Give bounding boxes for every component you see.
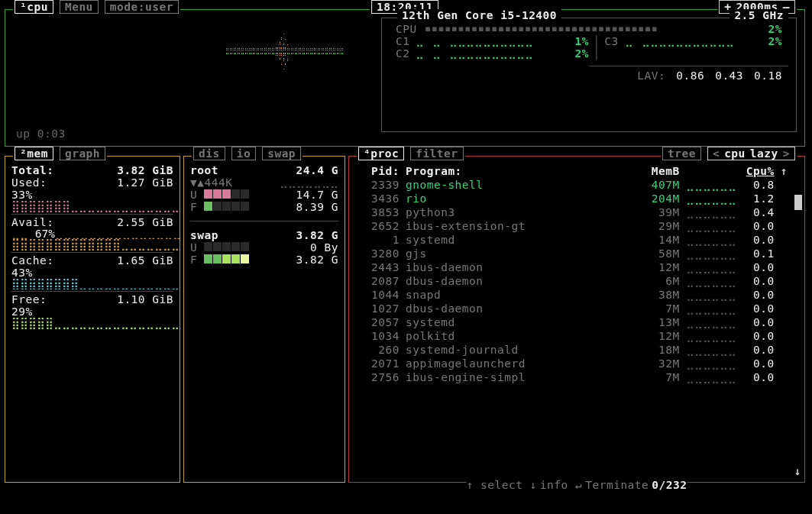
sort-prev-icon[interactable]: < [713, 147, 720, 160]
table-row[interactable]: 2057systemd13M⣀⣀⣀⣀⣀⣀0.0 [357, 315, 791, 329]
tab-tree[interactable]: tree [662, 147, 701, 160]
tab-mode[interactable]: mode:user [105, 0, 179, 14]
sort-asc-icon[interactable]: ↑ [778, 164, 791, 178]
disk-io-rate: ▼▲444K [190, 176, 232, 189]
footer-info[interactable]: info ↵ [540, 479, 582, 491]
footer-count: 0/232 [652, 479, 687, 491]
arrow-up-icon: ↑ [467, 479, 474, 491]
table-row[interactable]: 3280gjs58M⣀⣀⣀⣀⣀⣀0.1 [357, 247, 791, 260]
tab-disk[interactable]: dis [193, 147, 225, 160]
table-row[interactable]: 2652ibus-extension-gt29M⣀⣀⣀⣀⣀⣀0.0 [357, 219, 791, 233]
mem-avail-bar: ⣀⣀ 67%⣀⣀⣀⣀⣀⣀⣀⣀⣀⣀⣀⣀⣀⣀⣀ [5, 228, 180, 240]
table-row[interactable]: 1044snapd38M⣀⣀⣀⣀⣀⣀0.0 [357, 288, 791, 302]
table-row[interactable]: 2443ibus-daemon12M⣀⣀⣀⣀⣀⣀0.0 [357, 260, 791, 274]
mem-used-bar: ⣿⣿⣿⣿⣿⣿⣿⣀⣀⣀⣀⣀⣀⣀⣀⣀⣀⣀⣀⣀ [5, 201, 180, 212]
scroll-down-icon[interactable]: ↓ [794, 465, 801, 477]
mem-cache-bar: ⣿⣿⣿⣿⣿⣿⣿⣿⣀⣀⣀⣀⣀⣀⣀⣀⣀⣀⣀⣀ [5, 279, 180, 290]
table-header[interactable]: Pid: Program: MemB Cpu% ↑ [357, 164, 791, 178]
cpu-activity-chart: ⠄ ⠆⠄ ⠇⠆⠄ ⠶⠶⠶⠶⠶⠶⠶⠶⠶⠶⠶⠶⠶⠿⠿⠿⠶⠶⠶⠶⠶⠶⠶⠶⠶⠶⠶⠶⠶⠶⠶… [189, 16, 380, 138]
table-row[interactable]: 2071appimagelauncherd32M⣀⣀⣀⣀⣀⣀0.0 [357, 357, 791, 370]
mem-free-bar: ⣿⣿⣿⣿⣿⣀⣀⣀⣀⣀⣀⣀⣀⣀⣀⣀⣀⣀⣀⣀ [5, 318, 180, 329]
table-row[interactable]: 2756ibus-engine-simpl7M⣀⣀⣀⣀⣀⣀0.0 [357, 370, 791, 384]
enter-icon: ↵ [575, 479, 582, 491]
arrow-down-icon: ↓ [530, 479, 537, 491]
footer-select[interactable]: ↑ select ↓ [467, 479, 537, 491]
table-row[interactable]: 1034polkitd12M⣀⣀⣀⣀⣀⣀0.0 [357, 329, 791, 343]
cpu-core-row-1: C1 ⣀⠀⣀⠀⣀⣀⣀⣀⣀⣀⣀⣀⣀⣀ 1% │ C3 ⣀⠀⣀⣀⣀⣀⣀⣀⣀⣀⣀⣀⣀ … [390, 35, 788, 47]
cpu-overall-row: CPU ▪▪▪▪▪▪▪▪▪▪▪▪▪▪▪▪▪▪▪▪▪▪▪▪▪▪▪▪▪▪▪▪▪▪▪ … [390, 23, 788, 35]
process-table[interactable]: Pid: Program: MemB Cpu% ↑ 2339gnome-shel… [357, 164, 791, 384]
table-row[interactable]: 2087dbus-daemon6M⣀⣀⣀⣀⣀⣀0.0 [357, 274, 791, 288]
cpu-core-row-2: C2 ⣀⠀⣀⠀⣀⣀⣀⣀⣀⣀⣀⣀⣀⣀ 2% │ [390, 47, 788, 60]
table-row[interactable]: 260systemd-journald18M⣀⣀⣀⣀⣀⣀0.0 [357, 343, 791, 357]
tab-filter[interactable]: filter [410, 147, 463, 160]
mem-panel: ²mem graph Total:3.82 GiB Used:1.27 GiB … [5, 156, 180, 483]
tab-cpu[interactable]: ¹cpu [15, 0, 53, 14]
uptime-label: up 0:03 [16, 128, 66, 140]
table-row[interactable]: 2339gnome-shell407M⣀⣀⣀⣀⣀⣀0.8 [357, 178, 791, 192]
tab-mem[interactable]: ²mem [15, 147, 53, 160]
cpu-model: 12th Gen Core i5-12400 [397, 9, 561, 21]
cpu-overall-bar: ▪▪▪▪▪▪▪▪▪▪▪▪▪▪▪▪▪▪▪▪▪▪▪▪▪▪▪▪▪▪▪▪▪▪▪ [417, 23, 768, 35]
tab-io[interactable]: io [231, 147, 256, 160]
tab-menu[interactable]: Menu [60, 0, 99, 14]
scrollbar-thumb[interactable] [794, 195, 802, 210]
proc-panel: ⁴proc filter tree < cpu lazy > Pid: Prog… [348, 156, 805, 483]
sort-next-icon[interactable]: > [783, 147, 790, 160]
cpu-detail-box: 12th Gen Core i5-12400 2.5 GHz CPU ▪▪▪▪▪… [381, 18, 797, 132]
table-row[interactable]: 3853python339M⣀⣀⣀⣀⣀⣀0.4 [357, 205, 791, 219]
table-row[interactable]: 3436rio204M⣀⣀⣀⣀⣀⣀1.2 [357, 192, 791, 205]
cpu-freq: 2.5 GHz [730, 9, 788, 21]
footer-terminate[interactable]: Terminate [585, 479, 649, 491]
load-average: LAV: 0.86 0.43 0.18 [390, 70, 788, 82]
tab-proc[interactable]: ⁴proc [358, 147, 404, 160]
tab-graph[interactable]: graph [60, 147, 105, 160]
sort-control[interactable]: < cpu lazy > [707, 147, 795, 160]
table-row[interactable]: 1systemd14M⣀⣀⣀⣀⣀⣀0.0 [357, 233, 791, 247]
disk-panel: dis io swap root24.4 G ▼▲444K⣀⣀⣀⣀⣀⣀⣀ U 1… [183, 156, 345, 483]
cpu-panel: ¹cpu Menu mode:user 18:20:11 + 2000ms – … [5, 9, 805, 147]
tab-swap[interactable]: swap [262, 147, 301, 160]
table-row[interactable]: 1027dbus-daemon7M⣀⣀⣀⣀⣀⣀0.0 [357, 302, 791, 315]
